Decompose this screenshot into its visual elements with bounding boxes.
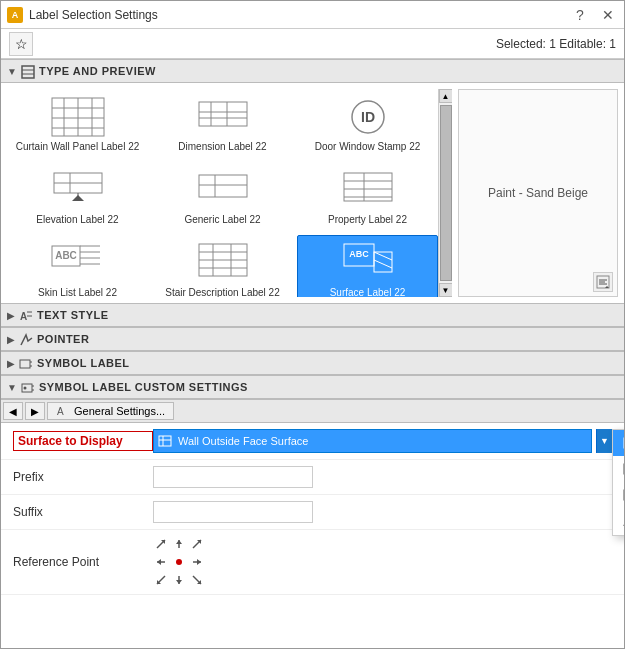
ref-mr[interactable] xyxy=(189,554,205,570)
section-pointer-header[interactable]: ▶ POINTER xyxy=(1,327,624,351)
option-wall-inside[interactable]: Wall Inside Face Surface xyxy=(613,456,624,482)
window-title: Label Selection Settings xyxy=(29,8,158,22)
skin-icon: ABC xyxy=(48,240,108,285)
prefix-input[interactable] xyxy=(153,466,313,488)
svg-rect-25 xyxy=(199,175,247,197)
ref-tr[interactable] xyxy=(189,536,205,552)
section-title-type-preview: TYPE AND PREVIEW xyxy=(39,65,156,77)
content-area: ▼ TYPE AND PREVIEW xyxy=(1,59,624,648)
svg-marker-54 xyxy=(605,286,609,288)
selected-info: Selected: 1 Editable: 1 xyxy=(496,37,616,51)
section-text-style-header[interactable]: ▶ A TEXT STYLE xyxy=(1,303,624,327)
section-title-pointer: POINTER xyxy=(37,333,89,345)
label-item-door-window[interactable]: ID Door Window Stamp 22 xyxy=(297,89,438,158)
option-custom-text[interactable]: A Custom Text xyxy=(613,508,624,535)
svg-text:A: A xyxy=(20,311,27,322)
svg-rect-66 xyxy=(159,436,171,446)
skin-label-name: Skin List Label 22 xyxy=(38,287,117,297)
section-type-preview-header[interactable]: ▼ TYPE AND PREVIEW xyxy=(1,59,624,83)
svg-rect-13 xyxy=(199,102,247,126)
preview-settings-btn[interactable] xyxy=(593,272,613,292)
ref-br[interactable] xyxy=(189,572,205,588)
titlebar: A Label Selection Settings ? ✕ xyxy=(1,1,624,29)
surface-dropdown[interactable]: Wall Outside Face Surface xyxy=(153,429,592,453)
svg-line-48 xyxy=(374,252,392,260)
section-title-symbol-label: SYMBOL LABEL xyxy=(37,357,130,369)
nav-icon: A xyxy=(56,404,70,418)
generic-icon xyxy=(193,167,253,212)
suffix-control xyxy=(153,501,612,523)
app-icon: A xyxy=(7,7,23,23)
svg-marker-85 xyxy=(157,559,161,565)
svg-text:A: A xyxy=(57,406,64,417)
ref-tc[interactable] xyxy=(171,536,187,552)
scroll-up-btn[interactable]: ▲ xyxy=(439,89,453,103)
ref-bl[interactable] xyxy=(153,572,169,588)
section-title-text-style: TEXT STYLE xyxy=(37,309,109,321)
titlebar-controls: ? ✕ xyxy=(570,5,618,25)
surface-label-name: Surface Label 22 xyxy=(330,287,406,297)
general-settings-btn[interactable]: A General Settings... xyxy=(47,402,174,420)
ref-tl[interactable] xyxy=(153,536,169,552)
surface-to-display-label: Surface to Display xyxy=(13,431,153,451)
type-preview-content: Curtain Wall Panel Label 22 xyxy=(1,83,624,303)
section-symbol-label-header[interactable]: ▶ SYMBOL LABEL xyxy=(1,351,624,375)
label-item-dimension[interactable]: Dimension Label 22 xyxy=(152,89,293,158)
svg-marker-81 xyxy=(176,540,182,544)
svg-text:ABC: ABC xyxy=(55,250,77,261)
help-button[interactable]: ? xyxy=(570,5,590,25)
section-icon-custom-settings xyxy=(21,379,35,395)
grid-scrollbar[interactable]: ▲ ▼ xyxy=(438,89,452,297)
svg-text:ID: ID xyxy=(361,109,375,125)
section-toggle-type-preview: ▼ xyxy=(7,66,17,77)
nav-prev-btn[interactable]: ◀ xyxy=(3,402,23,420)
label-item-surface[interactable]: ABC Surface Label 22 xyxy=(297,235,438,297)
label-item-stair[interactable]: Stair Description Label 22 xyxy=(152,235,293,297)
label-item-property[interactable]: Property Label 22 xyxy=(297,162,438,231)
label-item-skin[interactable]: ABC Skin List Label 22 xyxy=(7,235,148,297)
preview-area: Paint - Sand Beige xyxy=(458,89,618,297)
svg-point-64 xyxy=(23,386,26,389)
label-item-elevation[interactable]: Elevation Label 22 xyxy=(7,162,148,231)
section-custom-settings-header[interactable]: ▼ SYMBOL LABEL CUSTOM SETTINGS xyxy=(1,375,624,399)
surface-dropdown-arrow[interactable]: ▼ xyxy=(596,429,612,453)
elevation-icon xyxy=(48,167,108,212)
stair-label-name: Stair Description Label 22 xyxy=(165,287,280,297)
section-toggle-text-style: ▶ xyxy=(7,310,15,321)
preview-text: Paint - Sand Beige xyxy=(480,178,596,208)
wall-inside-icon xyxy=(623,462,624,476)
wall-outside-icon xyxy=(623,436,624,450)
nav-next-btn[interactable]: ▶ xyxy=(25,402,45,420)
ref-center[interactable] xyxy=(171,554,187,570)
option-wall-edge[interactable]: Wall Edge Surface xyxy=(613,482,624,508)
suffix-input[interactable] xyxy=(153,501,313,523)
elevation-label-name: Elevation Label 22 xyxy=(36,214,118,226)
scroll-thumb[interactable] xyxy=(440,105,452,281)
favorites-button[interactable]: ☆ xyxy=(9,32,33,56)
ref-ml[interactable] xyxy=(153,554,169,570)
prefix-label: Prefix xyxy=(13,470,153,484)
nav-strip: ◀ ▶ A General Settings... xyxy=(1,399,624,423)
scroll-down-btn[interactable]: ▼ xyxy=(439,283,453,297)
svg-rect-58 xyxy=(20,360,30,368)
close-button[interactable]: ✕ xyxy=(598,5,618,25)
door-window-label-name: Door Window Stamp 22 xyxy=(315,141,421,153)
custom-text-icon: A xyxy=(623,514,624,529)
ref-empty-mr xyxy=(207,554,223,570)
svg-line-49 xyxy=(374,260,392,268)
section-title-custom-settings: SYMBOL LABEL CUSTOM SETTINGS xyxy=(39,381,248,393)
general-settings-label: General Settings... xyxy=(74,405,165,417)
reference-point-grid xyxy=(153,536,223,588)
label-item-curtain-wall[interactable]: Curtain Wall Panel Label 22 xyxy=(7,89,148,158)
section-icon-symbol-label xyxy=(19,355,33,371)
label-item-generic[interactable]: Generic Label 22 xyxy=(152,162,293,231)
section-icon-type-preview xyxy=(21,63,35,79)
option-wall-outside[interactable]: Wall Outside Face Surface xyxy=(613,430,624,456)
svg-point-86 xyxy=(176,559,182,565)
suffix-label: Suffix xyxy=(13,505,153,519)
section-icon-text-style: A xyxy=(19,307,33,323)
ref-bc[interactable] xyxy=(171,572,187,588)
svg-marker-92 xyxy=(176,580,182,584)
section-toggle-pointer: ▶ xyxy=(7,334,15,345)
wall-edge-icon xyxy=(623,488,624,502)
